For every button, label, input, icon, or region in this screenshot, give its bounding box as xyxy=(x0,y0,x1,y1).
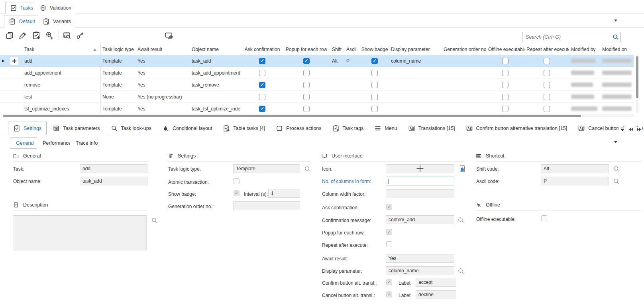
table-row[interactable]: add_appointment Template Yes task_add_ap… xyxy=(0,67,634,79)
show-badge-checkbox[interactable] xyxy=(371,58,378,64)
shift-code-field[interactable]: Alt xyxy=(541,164,609,173)
generation-order-field[interactable] xyxy=(233,201,300,210)
table-row[interactable]: add Template Yes task_add Alt P column_n… xyxy=(0,55,634,67)
column-header-modified-by[interactable]: Modified by xyxy=(569,44,600,55)
display-parameter-lookup-icon[interactable] xyxy=(457,268,465,275)
show-badge-checkbox[interactable] xyxy=(371,82,378,88)
offline-executable-checkbox[interactable] xyxy=(502,82,509,88)
offline-executable-checkbox[interactable] xyxy=(502,106,509,112)
horizontal-scrollbar-thumb[interactable] xyxy=(3,115,581,117)
repeat-after-execute-checkbox[interactable] xyxy=(544,70,550,76)
column-header-ascii[interactable]: Ascii xyxy=(344,44,360,55)
column-header-show-badge[interactable]: Show badge xyxy=(360,44,389,55)
column-header-display-parameter[interactable]: Display parameter xyxy=(389,44,442,55)
browse-code-button[interactable] xyxy=(62,31,72,40)
tabbar-overflow-chevron-icon[interactable] xyxy=(614,20,617,22)
tab-task-tags[interactable]: Task tags xyxy=(328,122,369,135)
popup-for-each-row-checkbox[interactable] xyxy=(386,229,392,235)
ask-confirmation-checkbox[interactable] xyxy=(386,204,392,210)
key-button[interactable] xyxy=(75,31,85,40)
task-logic-type-field[interactable]: Template xyxy=(233,164,300,173)
offline-executable-checkbox[interactable] xyxy=(502,70,509,76)
repeat-after-execute-checkbox[interactable] xyxy=(544,58,550,64)
column-header-ask-confirmation[interactable]: Ask confirmation xyxy=(242,44,283,55)
tab-confirm-button-alternative-translation[interactable]: Confirm button alternative translation [… xyxy=(461,122,572,135)
popup-for-each-row-checkbox[interactable] xyxy=(303,70,310,76)
confirm-label-field[interactable]: accept xyxy=(416,278,456,287)
tab-tasks[interactable]: Tasks xyxy=(5,2,38,14)
popup-for-each-row-checkbox[interactable] xyxy=(303,82,310,88)
tab-validation[interactable]: Validation xyxy=(35,2,76,14)
tab-table-tasks[interactable]: Table tasks [4] xyxy=(218,122,270,135)
column-header-repeat-after-execute[interactable]: Repeat after execute xyxy=(524,44,569,55)
show-badge-checkbox[interactable] xyxy=(371,106,378,112)
add-lookup-button[interactable] xyxy=(45,31,54,40)
atomic-transaction-checkbox[interactable] xyxy=(234,178,240,184)
tab-process-actions[interactable]: Process actions xyxy=(271,122,326,135)
await-result-field[interactable]: Yes xyxy=(386,254,454,263)
repeat-after-execute-checkbox[interactable] xyxy=(386,241,392,247)
ask-confirmation-checkbox[interactable] xyxy=(259,70,265,76)
cancel-button-alt-transl-checkbox[interactable] xyxy=(386,291,392,297)
show-badge-checkbox[interactable] xyxy=(234,190,240,196)
column-header-offline-executable[interactable]: Offline executable xyxy=(486,44,524,55)
tab-general[interactable]: General xyxy=(10,137,39,149)
icon-picker-button[interactable] xyxy=(459,165,465,172)
copy-button[interactable] xyxy=(5,31,14,40)
column-header-generation-order-no[interactable]: Generation order no. xyxy=(442,44,486,55)
tab-default[interactable]: Default xyxy=(4,16,40,28)
description-lookup-icon[interactable] xyxy=(151,217,158,224)
task-logic-type-lookup-icon[interactable] xyxy=(304,165,311,173)
tab-menu[interactable]: Menu xyxy=(369,122,402,135)
form-tabs-chevron-icon[interactable] xyxy=(614,141,617,143)
ask-confirmation-checkbox[interactable] xyxy=(259,82,265,88)
show-badge-checkbox[interactable] xyxy=(371,70,378,76)
tab-settings[interactable]: Settings xyxy=(8,122,47,135)
object-name-field[interactable]: task_add xyxy=(80,177,147,185)
ask-confirmation-checkbox[interactable] xyxy=(259,94,265,100)
search-button[interactable] xyxy=(611,32,620,42)
interval-field[interactable]: 1 xyxy=(268,189,300,198)
table-row[interactable]: test None Yes (no progressbar) xyxy=(0,91,634,103)
offline-executable-checkbox[interactable] xyxy=(502,94,509,100)
column-header-popup-for-each-row[interactable]: Popup for each row xyxy=(283,44,330,55)
repeat-after-execute-checkbox[interactable] xyxy=(544,94,550,100)
no-of-columns-field[interactable] xyxy=(386,177,454,185)
tab-task-look-ups[interactable]: Task look-ups xyxy=(106,122,156,135)
column-header-task-logic-type[interactable]: Task logic type xyxy=(100,44,135,55)
description-textarea[interactable] xyxy=(13,215,147,250)
tab-task-parameters[interactable]: Task parameters xyxy=(48,122,104,135)
scroll-tabs-right-icon[interactable] xyxy=(636,127,642,132)
tab-variants[interactable]: Variants xyxy=(38,16,75,28)
confirmation-message-lookup-icon[interactable] xyxy=(457,216,465,224)
vertical-scrollbar-thumb[interactable] xyxy=(636,56,638,98)
popup-for-each-row-checkbox[interactable] xyxy=(303,106,310,112)
ask-confirmation-checkbox[interactable] xyxy=(259,58,265,64)
edit-button[interactable] xyxy=(18,31,27,40)
add-task-button[interactable] xyxy=(31,31,41,40)
tab-trace-info[interactable]: Trace info xyxy=(70,137,103,149)
popup-for-each-row-checkbox[interactable] xyxy=(303,58,310,64)
ask-confirmation-checkbox[interactable] xyxy=(259,106,265,112)
column-header-await-result[interactable]: Await result xyxy=(135,44,190,55)
table-row[interactable]: tsf_optimize_indexes Template Yes task_t… xyxy=(0,103,634,115)
column-header-modified-on[interactable]: Modified on xyxy=(600,44,634,55)
confirmation-message-field[interactable]: confirm_add xyxy=(386,215,454,224)
display-parameter-field[interactable]: column_name xyxy=(386,266,454,275)
column-header-shift[interactable]: Shift xyxy=(330,44,344,55)
ascii-code-field[interactable]: P xyxy=(541,177,609,185)
monitor-info-button[interactable] xyxy=(164,31,174,40)
task-field[interactable]: add xyxy=(80,164,147,173)
offline-executable-checkbox[interactable] xyxy=(541,215,547,221)
column-header-object-name[interactable]: Object name xyxy=(190,44,242,55)
repeat-after-execute-checkbox[interactable] xyxy=(544,82,550,88)
repeat-after-execute-checkbox[interactable] xyxy=(544,106,550,112)
tab-conditional-layout[interactable]: Conditional layout xyxy=(157,122,217,135)
ascii-code-lookup-icon[interactable] xyxy=(613,178,620,185)
scroll-tabs-left-icon[interactable] xyxy=(628,127,634,132)
tab-list-icon[interactable] xyxy=(620,127,625,132)
table-row[interactable]: remove Template Yes task_remove xyxy=(0,79,634,91)
tab-translations[interactable]: Translations [15] xyxy=(403,122,460,135)
column-header-task[interactable]: Task xyxy=(22,44,100,55)
cancel-label-field[interactable]: decline xyxy=(416,290,456,299)
